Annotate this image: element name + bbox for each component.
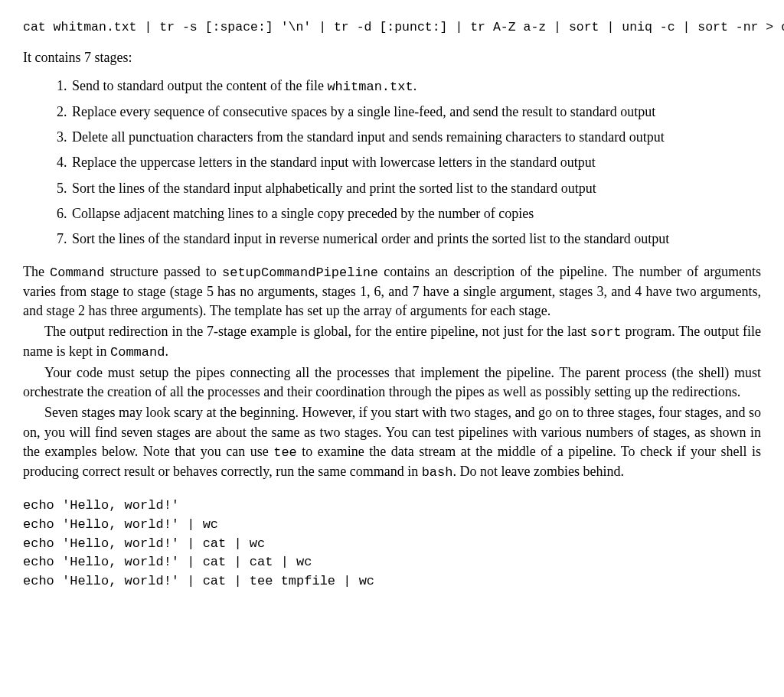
code-inline: Command bbox=[50, 265, 104, 280]
stage-text: . bbox=[413, 78, 417, 93]
para-text: . bbox=[165, 344, 168, 359]
stage-item: Replace every sequence of consecutive sp… bbox=[70, 103, 761, 122]
example-line: echo 'Hello, world!' bbox=[23, 497, 761, 516]
stage-item: Sort the lines of the standard input alp… bbox=[70, 179, 761, 198]
stage-item: Collapse adjacent matching lines to a si… bbox=[70, 204, 761, 223]
example-line: echo 'Hello, world!' | cat | cat | wc bbox=[23, 553, 761, 572]
code-inline: bash bbox=[422, 465, 453, 480]
example-line: echo 'Hello, world!' | cat | tee tmpfile… bbox=[23, 572, 761, 591]
para-text: . Do not leave zombies behind. bbox=[452, 464, 623, 479]
stage-item: Replace the uppercase letters in the sta… bbox=[70, 153, 761, 172]
paragraph-4: Seven stages may look scary at the begin… bbox=[23, 403, 761, 481]
para-text: The bbox=[23, 264, 50, 279]
example-line: echo 'Hello, world!' | wc bbox=[23, 516, 761, 535]
pipeline-command: cat whitman.txt | tr -s [:space:] '\n' |… bbox=[23, 18, 761, 36]
code-inline: tee bbox=[273, 445, 297, 460]
stage-item: Sort the lines of the standard input in … bbox=[70, 230, 761, 249]
para-text: structure passed to bbox=[105, 264, 222, 279]
stages-list: Send to standard output the content of t… bbox=[40, 77, 761, 249]
example-commands: echo 'Hello, world!' echo 'Hello, world!… bbox=[23, 497, 761, 591]
para-text: Your code must setup the pipes connectin… bbox=[23, 365, 761, 399]
example-line: echo 'Hello, world!' | cat | wc bbox=[23, 535, 761, 554]
code-inline: setupCommandPipeline bbox=[222, 265, 378, 280]
stage-item: Send to standard output the content of t… bbox=[70, 77, 761, 96]
paragraph-3: Your code must setup the pipes connectin… bbox=[23, 363, 761, 402]
stage-text: Send to standard output the content of t… bbox=[72, 78, 327, 93]
paragraph-1: The Command structure passed to setupCom… bbox=[23, 262, 761, 321]
intro-text: It contains 7 stages: bbox=[23, 48, 761, 67]
stage-item: Delete all punctuation characters from t… bbox=[70, 128, 761, 147]
para-text: The output redirection in the 7-stage ex… bbox=[44, 324, 590, 339]
code-inline: Command bbox=[110, 345, 165, 360]
code-inline: sort bbox=[590, 325, 622, 340]
stage-code: whitman.txt bbox=[327, 80, 413, 94]
paragraph-2: The output redirection in the 7-stage ex… bbox=[23, 322, 761, 362]
